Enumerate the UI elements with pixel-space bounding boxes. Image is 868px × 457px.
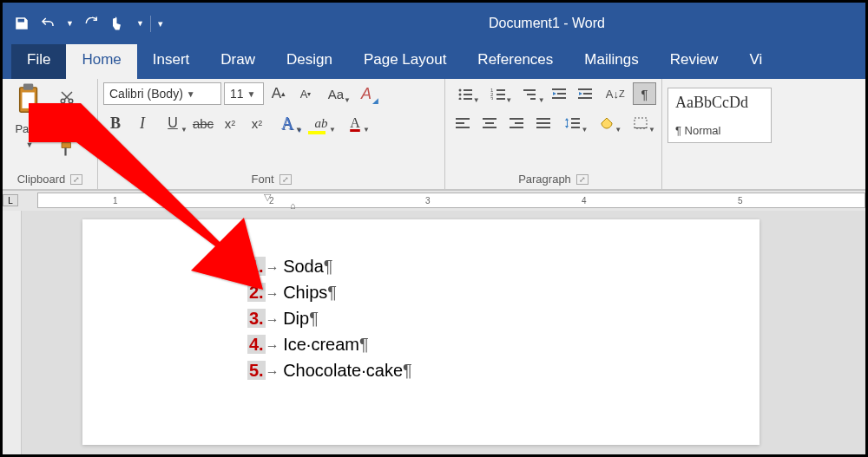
list-item[interactable]: 1.→ Soda¶: [247, 254, 733, 280]
tab-char-icon: →: [266, 260, 283, 275]
tab-home[interactable]: Home: [66, 44, 136, 79]
list-number: 3.: [247, 309, 266, 328]
justify-icon[interactable]: [531, 112, 556, 134]
svg-rect-10: [464, 94, 472, 95]
cut-icon[interactable]: [55, 86, 79, 108]
ruler-tab-selector[interactable]: L: [3, 194, 18, 206]
tab-review[interactable]: Review: [654, 44, 734, 79]
horizontal-ruler[interactable]: 1 2 3 4 5 ▽ ⌂: [37, 193, 865, 208]
svg-rect-35: [515, 122, 523, 124]
shading-icon[interactable]: ▼: [591, 112, 622, 134]
touch-mode-icon[interactable]: [106, 13, 130, 34]
group-styles: AaBbCcDd ¶ Normal: [662, 79, 865, 189]
show-marks-icon[interactable]: ¶: [633, 82, 656, 105]
font-launcher-icon[interactable]: ⤢: [279, 174, 292, 185]
increase-indent-icon[interactable]: [575, 82, 598, 105]
tab-mailings[interactable]: Mailings: [569, 44, 654, 79]
align-center-icon[interactable]: [477, 112, 502, 134]
decrease-indent-icon[interactable]: [549, 82, 572, 105]
subscript-button[interactable]: x2: [218, 112, 242, 134]
numbering-icon[interactable]: 123▼: [483, 82, 514, 105]
pilcrow-icon: ¶: [327, 283, 337, 302]
list-number: 5.: [247, 361, 266, 380]
svg-point-7: [459, 89, 462, 92]
grow-font-icon[interactable]: A▴: [266, 82, 291, 105]
first-line-indent-icon[interactable]: ⌂: [290, 200, 296, 211]
paragraph-launcher-icon[interactable]: ⤢: [576, 174, 589, 185]
highlight-icon[interactable]: ab▼: [306, 112, 337, 134]
svg-rect-21: [530, 98, 536, 100]
list-text: Ice·cream: [283, 335, 359, 354]
pilcrow-icon: ¶: [324, 257, 333, 276]
svg-rect-18: [496, 98, 505, 100]
list-item[interactable]: 2.→ Chips¶: [247, 280, 733, 306]
undo-icon[interactable]: [36, 13, 60, 34]
tab-insert[interactable]: Insert: [137, 44, 206, 79]
touch-mode-dropdown-icon[interactable]: ▼: [132, 16, 148, 30]
svg-rect-40: [567, 120, 568, 127]
align-right-icon[interactable]: [504, 112, 529, 134]
tab-char-icon: →: [266, 286, 283, 301]
save-icon[interactable]: [10, 13, 34, 34]
qat-customize-icon[interactable]: ▾: [150, 16, 168, 32]
font-size-select[interactable]: 11▼: [224, 82, 264, 105]
italic-button[interactable]: I: [130, 112, 155, 134]
pilcrow-icon: ¶: [403, 361, 412, 380]
font-title: Font: [251, 173, 273, 186]
tab-file[interactable]: File: [11, 44, 66, 79]
redo-icon[interactable]: [80, 13, 104, 34]
tab-design[interactable]: Design: [271, 44, 348, 79]
paste-button[interactable]: Paste ▼: [8, 82, 51, 160]
ribbon: Paste ▼ Clipboard⤢ Calibri (Body)▼ 11▼ A…: [3, 79, 865, 190]
change-case-icon[interactable]: Aa▼: [320, 82, 352, 105]
svg-rect-32: [485, 122, 494, 124]
text-effects-icon[interactable]: A▼: [272, 112, 303, 134]
font-color-icon[interactable]: A▼: [339, 112, 371, 134]
svg-rect-42: [571, 122, 580, 124]
shrink-font-icon[interactable]: A▾: [293, 82, 318, 105]
vertical-ruler[interactable]: [3, 211, 22, 454]
list-item[interactable]: 5.→ Chocolate·cake¶: [247, 358, 733, 384]
line-spacing-icon[interactable]: ▼: [558, 112, 589, 134]
tab-page-layout[interactable]: Page Layout: [348, 44, 462, 79]
format-painter-icon[interactable]: [55, 138, 79, 160]
undo-dropdown-icon[interactable]: ▼: [62, 16, 78, 30]
svg-rect-34: [510, 118, 523, 120]
clear-formatting-icon[interactable]: A◢: [354, 82, 378, 105]
tab-draw[interactable]: Draw: [205, 44, 271, 79]
svg-point-11: [459, 98, 462, 101]
svg-rect-12: [464, 98, 472, 100]
document-page[interactable]: 1.→ Soda¶2.→ Chips¶3.→ Dip¶4.→ Ice·cream…: [82, 219, 760, 445]
font-name-select[interactable]: Calibri (Body)▼: [103, 82, 221, 105]
svg-rect-29: [456, 122, 464, 124]
svg-rect-31: [483, 118, 496, 120]
indent-marker-icon[interactable]: ▽: [264, 192, 271, 203]
group-clipboard: Paste ▼ Clipboard⤢: [3, 79, 98, 189]
superscript-button[interactable]: x2: [245, 112, 269, 134]
svg-rect-33: [483, 127, 496, 128]
paragraph-title: Paragraph: [518, 173, 571, 186]
group-font: Calibri (Body)▼ 11▼ A▴ A▾ Aa▼ A◢ B I U▼ …: [98, 79, 445, 189]
sort-icon[interactable]: A↓Z: [600, 82, 630, 105]
copy-icon[interactable]: [55, 112, 79, 134]
underline-button[interactable]: U▼: [157, 112, 188, 134]
bold-button[interactable]: B: [103, 112, 128, 134]
align-left-icon[interactable]: [450, 112, 475, 134]
multilevel-list-icon[interactable]: ▼: [516, 82, 546, 105]
svg-rect-24: [552, 97, 566, 99]
document-area: 1.→ Soda¶2.→ Chips¶3.→ Dip¶4.→ Ice·cream…: [3, 211, 865, 454]
tab-references[interactable]: References: [462, 44, 569, 79]
list-item[interactable]: 3.→ Dip¶: [247, 306, 733, 332]
strikethrough-button[interactable]: abc: [191, 112, 215, 134]
svg-rect-2: [23, 93, 35, 108]
clipboard-launcher-icon[interactable]: ⤢: [70, 174, 82, 185]
svg-rect-36: [510, 127, 523, 128]
list-item[interactable]: 4.→ Ice·cream¶: [247, 332, 733, 358]
window-title: Document1 - Word: [489, 16, 605, 31]
style-normal[interactable]: AaBbCcDd ¶ Normal: [667, 88, 772, 143]
tab-view[interactable]: Vi: [733, 44, 778, 79]
bullets-icon[interactable]: ▼: [450, 82, 481, 105]
svg-rect-38: [536, 122, 550, 124]
borders-icon[interactable]: ▼: [625, 112, 656, 134]
ribbon-tabs: File Home Insert Draw Design Page Layout…: [3, 44, 865, 79]
